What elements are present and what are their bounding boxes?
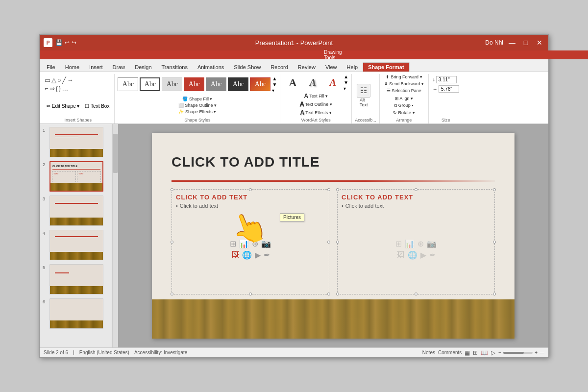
- slide-thumb-2[interactable]: 2 CLICK TO ADD TITLE TEXT TEXT: [42, 160, 110, 193]
- slide-canvas[interactable]: CLICK TO ADD TITLE: [152, 133, 514, 339]
- accessibility-status[interactable]: Accessibility: Investigate: [134, 350, 187, 355]
- rotate-button[interactable]: ↻ Rotate ▾: [392, 110, 416, 116]
- group-button[interactable]: ⧉ Group ▾: [392, 102, 415, 109]
- right-placeholder-text[interactable]: Click to add text: [345, 203, 384, 209]
- slide-thumb-5[interactable]: 5: [42, 263, 110, 295]
- triangle-icon[interactable]: △: [51, 76, 56, 84]
- align-button[interactable]: ⊞ Align ▾: [393, 96, 415, 101]
- tab-home[interactable]: Home: [60, 63, 84, 72]
- shape-effects-button[interactable]: ✨ Shape Effects ▾: [177, 109, 218, 115]
- undo-button[interactable]: ↩: [65, 39, 70, 46]
- rtable-icon[interactable]: ⊞: [395, 239, 402, 248]
- tab-record[interactable]: Record: [266, 63, 293, 72]
- shape-styles-collapse-icon[interactable]: ▼: [272, 82, 277, 87]
- rpicture-icon[interactable]: 🖼: [397, 250, 405, 260]
- tab-help[interactable]: Help: [342, 63, 363, 72]
- wordart-style-2[interactable]: A: [303, 74, 322, 91]
- shape-style-4[interactable]: Abc: [184, 77, 204, 91]
- more-shapes-icon[interactable]: …: [62, 85, 68, 92]
- minimize-button[interactable]: —: [507, 38, 517, 48]
- tab-review[interactable]: Review: [293, 63, 320, 72]
- tab-transitions[interactable]: Transitions: [157, 63, 193, 72]
- text-outline-button[interactable]: A Text Outline ▾: [298, 100, 334, 108]
- wordart-collapse-icon[interactable]: ▼: [343, 80, 348, 85]
- redo-button[interactable]: ↪: [72, 39, 76, 46]
- shape-style-2[interactable]: Abc: [140, 77, 160, 91]
- text-box-button[interactable]: ☐ Text Box: [83, 102, 111, 110]
- shape-style-6[interactable]: Abc: [228, 77, 248, 91]
- shape-styles-more-icon[interactable]: ▾: [272, 88, 277, 93]
- height-input[interactable]: 3.11": [436, 76, 457, 83]
- slide-thumb-1[interactable]: 1: [42, 126, 110, 158]
- slide-thumb-4[interactable]: 4: [42, 229, 110, 261]
- zoom-out-button[interactable]: −: [498, 350, 501, 355]
- zoom-slider[interactable]: [503, 352, 533, 354]
- left-placeholder-text[interactable]: Click to add text: [180, 203, 218, 209]
- shape-style-7[interactable]: Abc: [250, 77, 270, 91]
- right-box-title[interactable]: CLICK TO ADD TEXT: [342, 194, 490, 201]
- slide-thumb-6[interactable]: 6: [42, 297, 110, 330]
- slide-title-text[interactable]: CLICK TO ADD TITLE: [172, 154, 320, 170]
- smartart-icon[interactable]: ⊕: [252, 239, 258, 248]
- restore-button[interactable]: □: [521, 38, 531, 48]
- slide-sorter-button[interactable]: ⊞: [473, 349, 478, 356]
- rsmartart-icon[interactable]: ⊕: [417, 239, 424, 248]
- line-icon[interactable]: ╱: [62, 76, 66, 84]
- normal-view-button[interactable]: ▦: [465, 349, 470, 356]
- oval-icon[interactable]: ○: [57, 76, 61, 84]
- shape-style-3[interactable]: Abc: [162, 77, 182, 91]
- rect-icon[interactable]: ▭: [45, 76, 50, 84]
- screenshot-icon[interactable]: 📷: [261, 239, 271, 248]
- slide-title-area[interactable]: CLICK TO ADD TITLE: [172, 143, 495, 182]
- edit-shape-button[interactable]: ✏ Edit Shape ▾: [45, 102, 81, 110]
- tab-view[interactable]: View: [320, 63, 342, 72]
- reading-view-button[interactable]: 📖: [481, 349, 488, 356]
- brace-icon[interactable]: {: [56, 85, 58, 92]
- wordart-expand-icon[interactable]: ▲: [343, 74, 348, 79]
- video-icon[interactable]: ▶: [255, 250, 261, 260]
- tab-insert[interactable]: Insert: [84, 63, 108, 72]
- left-box-title[interactable]: CLICK TO ADD TEXT: [176, 194, 325, 201]
- shape-fill-button[interactable]: 🪣 Shape Fill ▾: [181, 96, 214, 102]
- ronline-pic-icon[interactable]: 🌐: [408, 250, 417, 260]
- shape-style-1[interactable]: Abc: [118, 77, 138, 91]
- callout-icon[interactable]: ⌐: [45, 85, 49, 92]
- tab-shape-format[interactable]: Shape Format: [363, 62, 409, 72]
- bring-forward-button[interactable]: ⬆ Bring Forward ▾: [384, 74, 424, 80]
- scrollbar-thumb[interactable]: [113, 134, 118, 173]
- wordart-more-icon[interactable]: ▾: [343, 86, 348, 91]
- text-fill-button[interactable]: A Text Fill ▾: [302, 92, 329, 100]
- send-backward-button[interactable]: ⬇ Send Backward ▾: [383, 81, 425, 87]
- comments-button[interactable]: Comments: [438, 350, 462, 355]
- shape-style-5[interactable]: Abc: [206, 77, 226, 91]
- tab-draw[interactable]: Draw: [108, 63, 130, 72]
- tab-design[interactable]: Design: [130, 63, 156, 72]
- selection-pane-button[interactable]: ☰ Selection Pane: [385, 88, 423, 94]
- left-content-box[interactable]: CLICK TO ADD TEXT • Click to add text ⊞ …: [172, 189, 329, 294]
- tab-file[interactable]: File: [42, 63, 60, 72]
- tab-animations[interactable]: Animations: [193, 63, 229, 72]
- sketch-icon[interactable]: ✒: [264, 250, 270, 260]
- right-arrow-icon[interactable]: ⇒: [49, 85, 55, 92]
- wordart-style-3[interactable]: A: [323, 74, 342, 91]
- slide-thumb-3[interactable]: 3: [42, 195, 110, 227]
- zoom-in-button[interactable]: +: [535, 350, 538, 355]
- close-button[interactable]: ✕: [535, 38, 544, 48]
- rscreenshot-icon[interactable]: 📷: [427, 239, 437, 248]
- alt-text-button[interactable]: ☷ AltText: [355, 83, 372, 108]
- chart-icon[interactable]: 📊: [239, 239, 249, 248]
- bracket-icon[interactable]: }: [59, 85, 61, 92]
- save-button[interactable]: 💾: [55, 39, 63, 46]
- slide-panel-scrollbar[interactable]: [112, 124, 118, 347]
- rsketch-icon[interactable]: ✒: [429, 250, 436, 260]
- tab-slideshow[interactable]: Slide Show: [229, 63, 266, 72]
- slideshow-button[interactable]: ▷: [491, 349, 495, 356]
- online-pic-icon[interactable]: 🌐: [242, 250, 252, 260]
- wordart-style-1[interactable]: A: [283, 74, 302, 91]
- shape-styles-expand-icon[interactable]: ▲: [272, 76, 277, 81]
- picture-icon[interactable]: 🖼: [231, 250, 239, 260]
- arrow-icon[interactable]: →: [67, 76, 74, 84]
- right-content-box[interactable]: CLICK TO ADD TEXT • Click to add text ⊞ …: [337, 189, 495, 294]
- rchart-icon[interactable]: 📊: [405, 239, 415, 248]
- table-icon[interactable]: ⊞: [230, 239, 236, 248]
